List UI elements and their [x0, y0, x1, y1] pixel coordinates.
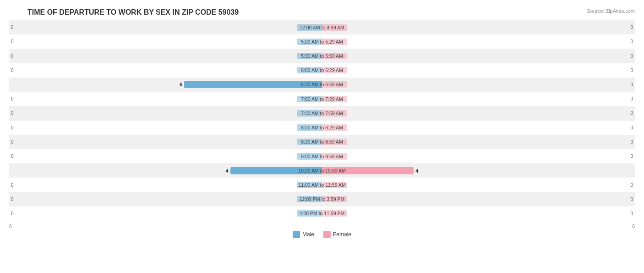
- right-section: 0: [322, 192, 635, 206]
- male-value-zero: 0: [11, 111, 14, 116]
- legend-female-label: Female: [333, 231, 351, 238]
- row-label: 6:30 AM to 6:59 AM: [283, 82, 361, 87]
- left-section: 0: [9, 34, 322, 49]
- left-section: 0: [9, 63, 322, 78]
- left-section: 0: [9, 20, 322, 34]
- bar-row: 0 6:00 AM to 6:29 AM 0: [9, 63, 635, 78]
- male-value-zero: 0: [11, 68, 14, 73]
- left-section: 0: [9, 106, 322, 120]
- legend-male-box: [293, 231, 300, 238]
- axis-bottom: 6 6: [9, 224, 635, 229]
- row-label: 12:00 AM to 4:59 AM: [283, 25, 361, 30]
- bar-row: 0 8:30 AM to 8:59 AM 0: [9, 135, 635, 149]
- female-value-zero: 0: [630, 54, 633, 59]
- male-value: 6: [180, 82, 184, 87]
- male-value: 4: [226, 168, 230, 173]
- bar-row: 0 8:00 AM to 8:29 AM 0: [9, 121, 635, 135]
- female-value-zero: 0: [630, 96, 633, 101]
- male-value-zero: 0: [11, 183, 14, 188]
- female-value-zero: 0: [630, 82, 633, 87]
- female-value-zero: 0: [630, 154, 633, 159]
- bar-row: 0 5:30 AM to 5:59 AM 0: [9, 49, 635, 63]
- right-section: 0: [322, 78, 635, 92]
- left-section: 0: [9, 92, 322, 106]
- left-section: 0: [9, 149, 322, 163]
- right-section: 0: [322, 20, 635, 34]
- right-section: 0: [322, 178, 635, 192]
- row-label: 5:00 AM to 5:29 AM: [283, 39, 361, 45]
- row-label: 8:30 AM to 8:59 AM: [283, 139, 361, 145]
- male-value-zero: 0: [11, 211, 14, 216]
- row-label: 8:00 AM to 8:29 AM: [283, 125, 361, 130]
- legend-female-box: [323, 231, 331, 238]
- female-value: 4: [414, 168, 418, 173]
- female-value-zero: 0: [630, 39, 633, 44]
- right-section: 0: [322, 121, 635, 135]
- chart-title: TIME OF DEPARTURE TO WORK BY SEX IN ZIP …: [9, 8, 635, 17]
- axis-left-value: 6: [9, 224, 12, 229]
- right-section: 0: [322, 34, 635, 49]
- left-section: 0: [9, 178, 322, 192]
- female-value-zero: 0: [630, 183, 633, 188]
- row-label: 4:00 PM to 11:59 PM: [283, 211, 361, 216]
- right-section: 0: [322, 49, 635, 63]
- row-label: 6:00 AM to 6:29 AM: [283, 67, 361, 73]
- right-section: 0: [322, 149, 635, 163]
- axis-right-value: 6: [632, 224, 635, 229]
- row-container: 0 12:00 AM to 4:59 AM 0 0 5:00 AM to 5:2…: [9, 20, 635, 221]
- left-section: 4: [9, 163, 322, 178]
- male-value-zero: 0: [11, 39, 14, 44]
- legend-male-label: Male: [302, 231, 314, 238]
- right-section: 0: [322, 135, 635, 149]
- male-value-zero: 0: [11, 96, 14, 101]
- bar-row: 0 12:00 PM to 3:59 PM 0: [9, 192, 635, 206]
- female-value-zero: 0: [630, 139, 633, 145]
- bar-row: 0 7:00 AM to 7:29 AM 0: [9, 92, 635, 106]
- bar-row: 0 11:00 AM to 11:59 AM 0: [9, 178, 635, 192]
- male-value-zero: 0: [11, 197, 14, 202]
- male-value-zero: 0: [11, 154, 14, 159]
- female-value-zero: 0: [630, 211, 633, 216]
- female-value-zero: 0: [630, 25, 633, 30]
- row-label: 12:00 PM to 3:59 PM: [283, 196, 361, 202]
- left-section: 6: [9, 78, 322, 92]
- male-value-zero: 0: [11, 25, 14, 30]
- chart-area: 0 12:00 AM to 4:59 AM 0 0 5:00 AM to 5:2…: [9, 20, 635, 239]
- left-section: 0: [9, 49, 322, 63]
- right-section: 0: [322, 106, 635, 120]
- row-label: 5:30 AM to 5:59 AM: [283, 53, 361, 59]
- bar-row: 6 6:30 AM to 6:59 AM 0: [9, 78, 635, 92]
- row-label: 9:00 AM to 9:59 AM: [283, 154, 361, 159]
- bar-row: 0 12:00 AM to 4:59 AM 0: [9, 20, 635, 34]
- female-value-zero: 0: [630, 111, 633, 116]
- legend: Male Female: [9, 231, 635, 238]
- chart-container: TIME OF DEPARTURE TO WORK BY SEX IN ZIP …: [0, 0, 644, 273]
- row-label: 7:30 AM to 7:59 AM: [283, 111, 361, 116]
- bar-row: 0 4:00 PM to 11:59 PM 0: [9, 206, 635, 221]
- right-section: 0: [322, 63, 635, 78]
- female-value-zero: 0: [630, 68, 633, 73]
- row-label: 10:00 AM to 10:59 AM: [283, 168, 361, 173]
- left-section: 0: [9, 206, 322, 221]
- row-label: 11:00 AM to 11:59 AM: [283, 182, 361, 188]
- left-section: 0: [9, 192, 322, 206]
- legend-male: Male: [293, 231, 314, 238]
- male-value-zero: 0: [11, 125, 14, 130]
- left-section: 0: [9, 135, 322, 149]
- right-section: 4: [322, 163, 635, 178]
- row-label: 7:00 AM to 7:29 AM: [283, 96, 361, 102]
- bar-row: 0 7:30 AM to 7:59 AM 0: [9, 106, 635, 120]
- right-section: 0: [322, 92, 635, 106]
- source-label: Source: ZipAtlas.com: [587, 8, 635, 14]
- female-value-zero: 0: [630, 197, 633, 202]
- bar-row: 0 9:00 AM to 9:59 AM 0: [9, 149, 635, 163]
- legend-female: Female: [323, 231, 351, 238]
- bar-row: 4 10:00 AM to 10:59 AM 4: [9, 163, 635, 178]
- left-section: 0: [9, 121, 322, 135]
- male-value-zero: 0: [11, 54, 14, 59]
- male-value-zero: 0: [11, 139, 14, 145]
- female-value-zero: 0: [630, 125, 633, 130]
- bar-row: 0 5:00 AM to 5:29 AM 0: [9, 34, 635, 49]
- right-section: 0: [322, 206, 635, 221]
